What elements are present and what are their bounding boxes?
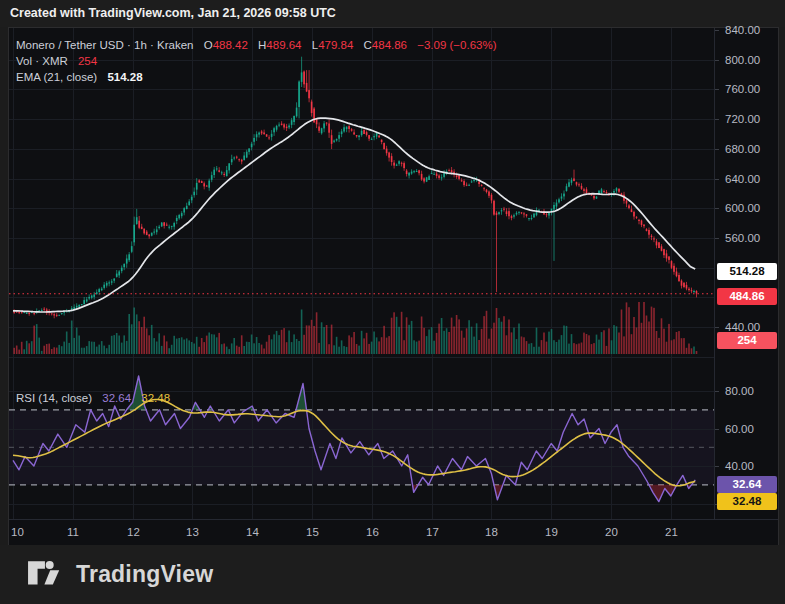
rsi-tick-label: 60.00 <box>725 422 754 436</box>
high-value: 489.64 <box>266 39 301 51</box>
tick-mark <box>715 179 719 180</box>
volume-value-badge: 254 <box>717 332 777 349</box>
volume-row: Vol · XMR 254 <box>16 53 497 69</box>
time-tick-label: 21 <box>665 526 678 538</box>
time-tick-label: 11 <box>67 526 79 538</box>
symbol-title: Monero / Tether USD · 1h · Kraken <box>16 39 193 51</box>
time-tick-label: 17 <box>426 526 439 538</box>
chart-container: Monero / Tether USD · 1h · Kraken O488.4… <box>8 27 779 547</box>
time-scale[interactable]: 101112131415161718192021 <box>9 519 778 547</box>
time-tick-label: 10 <box>11 526 24 538</box>
candlestick-series <box>13 57 697 319</box>
main-legend: Monero / Tether USD · 1h · Kraken O488.4… <box>16 37 497 85</box>
ema-line <box>13 118 695 312</box>
tick-mark <box>715 238 719 239</box>
time-tick-label: 12 <box>127 526 140 538</box>
low-value: 479.84 <box>318 39 353 51</box>
tradingview-logo-icon <box>27 556 65 592</box>
symbol-row: Monero / Tether USD · 1h · Kraken O488.4… <box>16 37 497 53</box>
tradingview-logo[interactable]: TradingView <box>27 556 213 592</box>
open-label: O <box>204 39 213 51</box>
rsi-legend: RSI (14, close) 32.64 32.48 <box>16 390 170 406</box>
time-tick-label: 15 <box>306 526 319 538</box>
rsi-label: RSI (14, close) <box>16 392 92 404</box>
price-tick-label: 800.00 <box>725 53 760 67</box>
change-value: −3.09 (−0.63%) <box>417 39 496 51</box>
rsi-value-badge: 32.64 <box>717 476 777 493</box>
tick-mark <box>715 119 719 120</box>
tick-mark <box>715 89 719 90</box>
tick-mark <box>715 391 719 392</box>
rsi-legend-wrap: RSI (14, close) 32.64 32.48 <box>9 385 714 405</box>
price-tick-label: 680.00 <box>725 142 760 156</box>
price-tick-label: 760.00 <box>725 82 760 96</box>
price-tick-label: 640.00 <box>725 172 760 186</box>
last-price-badge: 484.86 <box>717 288 777 305</box>
close-value: 484.86 <box>372 39 407 51</box>
tick-mark <box>715 149 719 150</box>
ema-value-badge: 514.28 <box>717 263 777 280</box>
volume-label: Vol · XMR <box>16 55 68 67</box>
creation-banner: Created with TradingView.com, Jan 21, 20… <box>0 0 785 27</box>
ema-row: EMA (21, close) 514.28 <box>16 69 497 85</box>
rsi-pane[interactable] <box>9 358 714 519</box>
pane-separator <box>9 357 714 358</box>
tick-mark <box>715 466 719 467</box>
price-tick-label: 720.00 <box>725 112 760 126</box>
ema-label: EMA (21, close) <box>16 71 97 83</box>
tick-mark <box>715 429 719 430</box>
ema-value: 514.28 <box>107 71 142 83</box>
price-tick-label: 840.00 <box>725 23 760 37</box>
price-tick-label: 600.00 <box>725 201 760 215</box>
tick-mark <box>715 60 719 61</box>
price-tick-label: 560.00 <box>725 231 760 245</box>
tick-mark <box>715 327 719 328</box>
open-value: 488.42 <box>213 39 248 51</box>
tick-mark <box>715 208 719 209</box>
tradingview-wordmark: TradingView <box>76 561 213 588</box>
volume-value: 254 <box>78 55 97 67</box>
time-tick-label: 16 <box>366 526 379 538</box>
rsi-value: 32.64 <box>102 392 131 404</box>
rsi-tick-label: 80.00 <box>725 384 754 398</box>
time-tick-label: 14 <box>246 526 259 538</box>
time-tick-label: 13 <box>186 526 199 538</box>
rsi-tick-label: 40.00 <box>725 459 754 473</box>
price-scale[interactable]: 840.00800.00760.00720.00680.00640.00600.… <box>714 28 779 519</box>
time-tick-label: 18 <box>485 526 498 538</box>
rsi-ma-value-badge: 32.48 <box>717 493 777 510</box>
rsi-ma-value: 32.48 <box>141 392 170 404</box>
tick-mark <box>715 30 719 31</box>
creation-banner-text: Created with TradingView.com, Jan 21, 20… <box>10 6 336 20</box>
screenshot-root: Created with TradingView.com, Jan 21, 20… <box>0 0 785 604</box>
time-tick-label: 19 <box>545 526 558 538</box>
footer-bar: TradingView <box>0 545 785 604</box>
close-label: C <box>364 39 372 51</box>
time-tick-label: 20 <box>605 526 618 538</box>
